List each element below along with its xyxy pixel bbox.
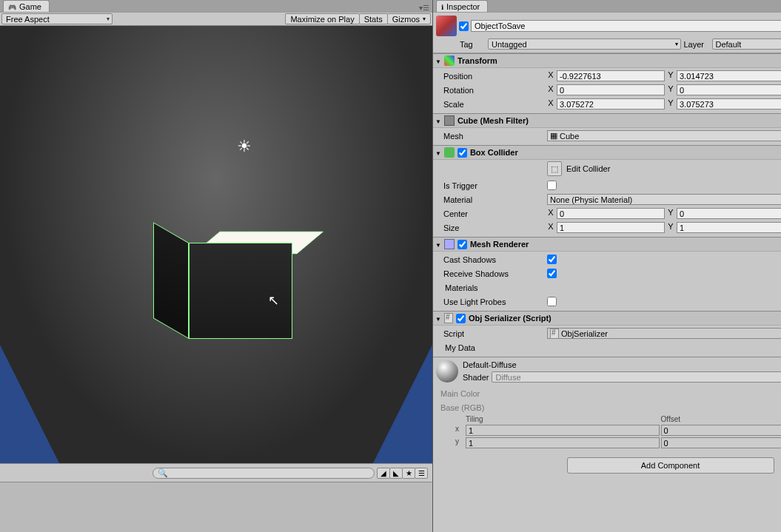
scene-floor-right — [373, 345, 432, 463]
receive-shadows-label: Receive Shadows — [436, 269, 547, 278]
tab-inspector-label: Inspector — [446, 2, 480, 11]
script-label: Script — [436, 329, 547, 338]
mesh-renderer-icon — [444, 239, 455, 249]
layer-dropdown[interactable]: Default — [712, 38, 782, 50]
scale-x-input[interactable] — [557, 98, 665, 110]
receive-shadows-checkbox[interactable] — [547, 269, 557, 278]
shader-label: Shader — [463, 373, 489, 382]
position-y-input[interactable] — [677, 70, 781, 81]
material-header: Default-Diffuse Shader Diffuse Edit... ?… — [433, 357, 781, 385]
foldout-icon[interactable] — [435, 148, 441, 157]
inspector-header: Static ▾ Tag Untagged Layer Default — [433, 13, 781, 53]
mesh-filter-header[interactable]: Cube (Mesh Filter) ?⚙ — [433, 114, 781, 128]
row-y-label: y — [455, 437, 464, 448]
size-x-input[interactable] — [557, 222, 665, 233]
mesh-field[interactable]: ▦Cube — [547, 130, 781, 141]
mesh-mini-icon: ▦ — [550, 131, 557, 141]
mesh-renderer-header[interactable]: Mesh Renderer ?⚙ — [433, 238, 781, 252]
tiling-y-input[interactable] — [466, 437, 660, 448]
filter-hierarchy-icon[interactable]: ◢ — [377, 468, 390, 479]
shader-dropdown[interactable]: Diffuse — [492, 371, 781, 383]
box-collider-header[interactable]: Box Collider ?⚙ — [433, 146, 781, 160]
is-trigger-checkbox[interactable] — [547, 181, 557, 190]
gizmos-button[interactable]: Gizmos — [387, 13, 431, 24]
obj-serializer-header[interactable]: Obj Serializer (Script) ?⚙ — [433, 312, 781, 326]
transform-icon — [444, 55, 455, 66]
tag-dropdown[interactable]: Untagged — [488, 38, 681, 50]
material-name: Default-Diffuse — [463, 360, 781, 369]
foldout-icon[interactable] — [435, 116, 441, 125]
layer-label: Layer — [684, 40, 709, 49]
search-input[interactable]: 🔍 — [152, 468, 375, 479]
scene-floor-left — [0, 345, 59, 463]
console-area — [0, 482, 432, 532]
mesh-filter-icon — [444, 115, 455, 126]
my-data-label: My Data — [438, 343, 541, 352]
gameobject-name-input[interactable] — [471, 20, 781, 32]
obj-serializer-enabled-checkbox[interactable] — [456, 314, 466, 323]
tab-game-label: Game — [19, 2, 41, 11]
add-component-button[interactable]: Add Component — [567, 457, 774, 474]
maximize-on-play-button[interactable]: Maximize on Play — [285, 13, 359, 24]
game-view[interactable]: ☀ ↖ — [0, 26, 432, 463]
mesh-renderer-title: Mesh Renderer — [470, 240, 529, 249]
position-x-input[interactable] — [557, 70, 665, 81]
light-probes-checkbox[interactable] — [547, 297, 557, 306]
rotation-y-input[interactable] — [677, 84, 781, 95]
list-menu-icon[interactable]: ☰ — [415, 468, 428, 479]
foldout-icon[interactable] — [435, 314, 441, 323]
size-y-input[interactable] — [677, 222, 781, 233]
center-label: Center — [436, 209, 547, 218]
inspector-panel: Inspector 🔒 ▾☰ Static ▾ Tag Untagged Lay… — [433, 0, 781, 532]
component-mesh-renderer: Mesh Renderer ?⚙ Cast Shadows Receive Sh… — [433, 237, 781, 311]
transform-title: Transform — [457, 56, 497, 65]
mesh-renderer-enabled-checkbox[interactable] — [457, 240, 467, 249]
physic-material-label: Material — [436, 195, 547, 204]
favorite-icon[interactable]: ★ — [402, 468, 415, 479]
component-box-collider: Box Collider ?⚙ ⬚ Edit Collider Is Trigg… — [433, 145, 781, 237]
game-tab-bar: Game ▾☰ — [0, 0, 432, 13]
transform-header[interactable]: Transform ? ⚙ — [433, 54, 781, 68]
script-field[interactable]: ObjSerializer — [547, 328, 781, 339]
project-toolbar: 🔍 ◢ ◣ ★ ☰ — [0, 463, 432, 482]
script-icon — [444, 313, 453, 323]
box-collider-enabled-checkbox[interactable] — [457, 148, 467, 158]
mouse-cursor-icon: ↖ — [268, 292, 279, 309]
material-preview-icon — [436, 360, 458, 383]
light-gizmo-icon: ☀ — [237, 137, 252, 156]
materials-label: Materials — [438, 283, 541, 292]
physic-material-field[interactable]: None (Physic Material) — [547, 194, 781, 205]
tab-game[interactable]: Game — [3, 0, 50, 12]
base-rgb-label: Base (RGB) — [440, 403, 484, 412]
aspect-dropdown-label: Free Aspect — [6, 15, 50, 24]
scale-y-input[interactable] — [677, 98, 781, 110]
offset-y-input[interactable] — [661, 437, 782, 448]
script-mini-icon — [550, 329, 559, 339]
tag-label: Tag — [460, 40, 485, 49]
material-body: Main Color 💧 Base (RGB) TilingOffset x y — [433, 385, 781, 450]
tab-inspector[interactable]: Inspector — [436, 0, 488, 12]
center-y-input[interactable] — [677, 208, 781, 219]
aspect-dropdown[interactable]: Free Aspect — [1, 13, 113, 24]
edit-collider-button[interactable]: ⬚ — [547, 161, 562, 176]
edit-collider-label: Edit Collider — [566, 164, 610, 173]
center-x-input[interactable] — [557, 208, 665, 219]
tiling-header: Tiling — [466, 415, 660, 423]
cast-shadows-checkbox[interactable] — [547, 255, 557, 264]
foldout-icon[interactable] — [435, 240, 441, 249]
obj-serializer-title: Obj Serializer (Script) — [469, 314, 552, 323]
gameobject-icon[interactable] — [436, 16, 457, 36]
filter-type-icon[interactable]: ◣ — [389, 468, 403, 479]
rotation-x-input[interactable] — [557, 84, 665, 95]
foldout-icon[interactable] — [435, 56, 441, 65]
panel-menu-icon[interactable]: ▾☰ — [419, 4, 429, 12]
rotation-label: Rotation — [436, 86, 547, 95]
size-label: Size — [436, 223, 547, 232]
row-x-label: x — [455, 425, 464, 436]
stats-button[interactable]: Stats — [359, 13, 388, 24]
component-transform: Transform ? ⚙ Position X Y Z Rotation — [433, 53, 781, 113]
offset-x-input[interactable] — [661, 425, 782, 436]
tiling-x-input[interactable] — [466, 425, 660, 436]
gameobject-active-checkbox[interactable] — [459, 21, 469, 31]
game-panel: Game ▾☰ Free Aspect Maximize on Play Sta… — [0, 0, 433, 532]
